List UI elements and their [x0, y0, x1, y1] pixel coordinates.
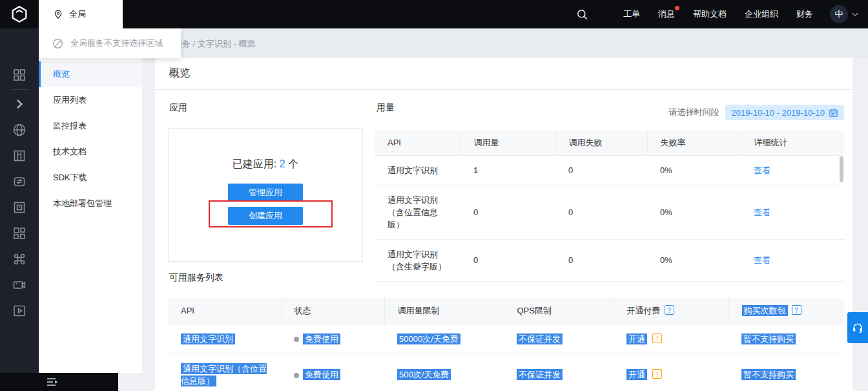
warning-exclamation-icon[interactable]: !: [652, 369, 662, 379]
usage-cell-rate: 0%: [647, 239, 741, 281]
usage-header-calls: 调用量: [460, 131, 555, 155]
region-label: 全局: [69, 8, 86, 20]
service-qps: 不保证并发: [517, 369, 563, 380]
service-quota: 50000次/天免费: [397, 333, 460, 344]
usage-cell-rate: 0%: [647, 155, 741, 185]
products-grid-icon[interactable]: [12, 67, 27, 83]
usage-cell-api: 通用文字识别: [375, 155, 460, 185]
status-dot: [294, 337, 299, 342]
topbar: 全局 工单 消息 帮助文档 企业组织 财务 中: [0, 0, 868, 28]
database-icon[interactable]: [12, 174, 27, 189]
create-app-button[interactable]: 创建应用: [228, 207, 303, 225]
apps-section-label: 应用: [169, 102, 187, 114]
account-menu[interactable]: 中: [830, 5, 859, 23]
video-play-icon[interactable]: [12, 303, 27, 319]
menu-item-tech-docs[interactable]: 技术文档: [39, 139, 142, 165]
globe-icon[interactable]: [12, 122, 27, 138]
billing-activate-link[interactable]: 开通: [626, 369, 647, 380]
service-api-link[interactable]: 通用文字识别（含位置信息版）: [181, 363, 267, 386]
services-header-row: API 状态 调用量限制 QPS限制 开通付费? 购买次数包?: [168, 298, 844, 324]
view-link[interactable]: 查看: [754, 165, 770, 175]
circle-slash-icon: [52, 38, 63, 49]
services-header-api: API: [168, 298, 281, 324]
collapse-menu-icon: [46, 377, 59, 386]
table-row: 通用文字识别 1 0 0% 查看: [375, 155, 844, 185]
date-range-caption: 请选择时间段: [668, 107, 719, 118]
region-dropdown-panel: 全局服务不支持选择区域: [39, 28, 181, 58]
nav-finance[interactable]: 财务: [796, 8, 813, 20]
product-menu: 概览 应用列表 监控报表 技术文档 SDK下载 本地部署包管理: [39, 58, 142, 373]
table-row: 通用文字识别 免费使用 50000次/天免费 不保证并发 开通! 暂不支持购买: [168, 324, 844, 354]
nav-help-docs[interactable]: 帮助文档: [693, 8, 727, 20]
main-panel: 概览 应用 用量 请选择时间段 2019-10-10 - 2019-10-10 …: [155, 58, 852, 391]
service-package: 暂不支持购买: [741, 333, 796, 344]
table-row: 通用文字识别（含生僻字版） 0 0 0% 查看: [375, 239, 844, 281]
usage-cell-rate: 0%: [647, 185, 741, 239]
usage-header-rate: 失败率: [647, 131, 741, 155]
location-pin-icon: [53, 9, 63, 19]
services-header-billing-label: 开通付费: [627, 306, 661, 315]
manage-app-button[interactable]: 管理应用: [228, 184, 303, 202]
usage-cell-calls: 0: [460, 239, 555, 281]
billing-activate-link[interactable]: 开通: [626, 333, 647, 344]
menu-item-overview[interactable]: 概览: [39, 61, 142, 87]
sidebar-collapse-bar[interactable]: [0, 373, 118, 391]
service-qps: 不保证并发: [517, 333, 563, 344]
nav-enterprise-org[interactable]: 企业组织: [745, 8, 778, 20]
services-header-package-label: 购买次数包: [742, 305, 788, 316]
table-row: 通用文字识别（含位置信息版） 0 0 0% 查看: [375, 185, 844, 239]
usage-section-label: 用量: [377, 102, 395, 114]
usage-header-row: API 调用量 调用失败 失败率 详细统计: [375, 131, 844, 155]
chevron-down-icon: [851, 11, 859, 17]
region-selector[interactable]: 全局: [39, 0, 123, 28]
region-dropdown-message: 全局服务不支持选择区域: [70, 37, 163, 49]
chevron-right-icon[interactable]: [12, 96, 27, 112]
help-question-icon[interactable]: ?: [665, 305, 674, 315]
archive-icon[interactable]: [12, 148, 27, 164]
warning-exclamation-icon[interactable]: !: [652, 333, 662, 343]
menu-item-sdk-download[interactable]: SDK下载: [39, 165, 142, 191]
usage-header-stats: 详细统计: [741, 131, 844, 155]
nav-messages-label: 消息: [658, 9, 675, 19]
command-icon[interactable]: [12, 251, 27, 267]
services-header-quota: 调用量限制: [384, 298, 504, 324]
service-quota: 500次/天免费: [397, 369, 451, 380]
support-button[interactable]: [847, 312, 868, 343]
view-link[interactable]: 查看: [754, 207, 770, 217]
left-icon-sidebar: [0, 28, 39, 373]
menu-item-local-deploy[interactable]: 本地部署包管理: [39, 191, 142, 217]
services-section-label: 可用服务列表: [169, 272, 223, 284]
menu-item-app-list[interactable]: 应用列表: [39, 87, 142, 113]
dashboard-icon[interactable]: [12, 226, 27, 241]
sidebar-divider: [11, 89, 28, 90]
baidu-cloud-logo[interactable]: [0, 0, 39, 28]
menu-item-monitor-report[interactable]: 监控报表: [39, 113, 142, 139]
date-range-picker[interactable]: 2019-10-10 - 2019-10-10: [725, 105, 844, 120]
date-range-value: 2019-10-10 - 2019-10-10: [731, 108, 825, 118]
camera-icon[interactable]: [12, 277, 27, 293]
service-status: 免费使用: [303, 369, 340, 380]
services-header-qps: QPS限制: [504, 298, 614, 324]
usage-cell-failed: 0: [555, 239, 647, 281]
created-apps-prefix: 已建应用:: [232, 158, 276, 169]
status-dot: [294, 373, 299, 378]
nav-messages[interactable]: 消息: [658, 8, 675, 20]
usage-header-failed: 调用失败: [555, 131, 647, 155]
usage-table-scrollbar[interactable]: [840, 156, 843, 182]
created-apps-suffix: 个: [288, 158, 298, 169]
avatar[interactable]: 中: [830, 5, 848, 23]
services-table: API 状态 调用量限制 QPS限制 开通付费? 购买次数包? 通用文字识别 免…: [168, 298, 844, 391]
title-divider: [155, 89, 852, 90]
usage-cell-api: 通用文字识别（含位置信息版）: [375, 185, 460, 239]
monitor-frame-icon[interactable]: [12, 200, 27, 215]
headset-icon: [851, 321, 864, 334]
nav-tickets[interactable]: 工单: [623, 8, 640, 20]
view-link[interactable]: 查看: [754, 255, 770, 265]
service-api-link[interactable]: 通用文字识别: [181, 333, 235, 344]
services-header-package: 购买次数包?: [728, 298, 844, 324]
search-icon[interactable]: [576, 8, 588, 21]
help-question-icon[interactable]: ?: [792, 305, 801, 315]
usage-cell-action: 查看: [741, 155, 844, 185]
services-header-billing: 开通付费?: [614, 298, 728, 324]
usage-table: API 调用量 调用失败 失败率 详细统计 通用文字识别 1 0 0% 查看 通…: [375, 131, 844, 282]
